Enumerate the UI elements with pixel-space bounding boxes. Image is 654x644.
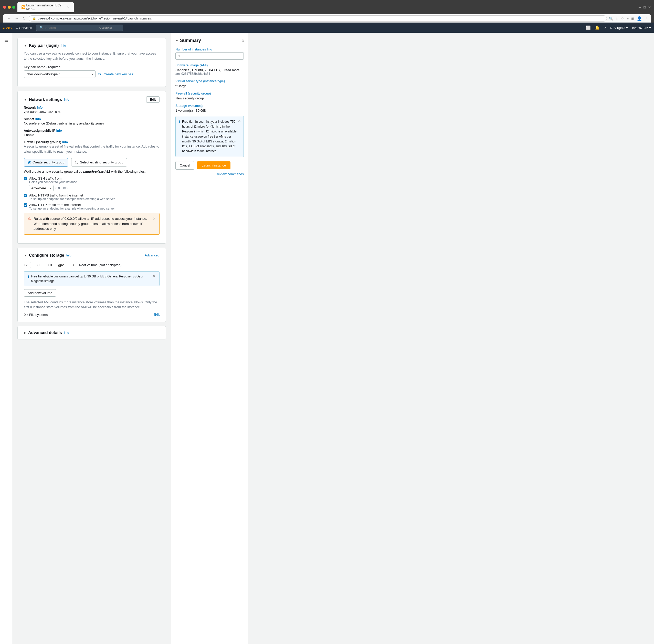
aws-region-selector[interactable]: N. Virginia ▾ (610, 26, 628, 30)
create-key-pair-link[interactable]: Create new key pair (104, 72, 134, 76)
http-checkbox[interactable] (24, 203, 27, 207)
aws-logo[interactable]: aws (3, 25, 12, 30)
hamburger-icon[interactable]: ☰ (3, 37, 9, 44)
network-edit-button[interactable]: Edit (146, 96, 160, 103)
summary-firewall-label[interactable]: Firewall (security group) (176, 91, 244, 95)
auto-assign-label: Auto-assign public IP Info (24, 129, 160, 133)
window-maximize-icon[interactable]: □ (644, 5, 646, 9)
summary-panel: ℹ ▼ Summary Number of instances Info Sof… (171, 33, 248, 644)
services-button[interactable]: ⊞ Services (16, 26, 32, 30)
free-tier-close-button[interactable]: ✕ (238, 119, 241, 123)
ssh-source-select[interactable]: Anywhere (29, 185, 53, 191)
sidebar: ☰ (0, 33, 12, 644)
key-pair-select[interactable]: checkyourworkkeypair (24, 70, 95, 78)
profile-icon[interactable]: 👤 (637, 16, 642, 21)
instances-field: Number of instances Info (176, 47, 244, 60)
warning-text: Rules with source of 0.0.0.0/0 allow all… (33, 216, 150, 231)
forward-button[interactable]: → (14, 16, 20, 21)
auto-assign-info[interactable]: Info (56, 129, 62, 133)
storage-info-link[interactable]: Info (66, 254, 71, 257)
configure-storage-section: ▼ Configure storage Info Advanced 1x GiB… (17, 248, 166, 322)
instances-label[interactable]: Number of instances Info (176, 47, 244, 51)
storage-quantity: 1x (24, 263, 27, 267)
new-tab-button[interactable]: + (76, 5, 82, 9)
firewall-description: A security group is a set of firewall ru… (24, 144, 160, 154)
storage-label[interactable]: Storage (volumes) (176, 104, 244, 108)
ip-warning-banner: ⚠ Rules with source of 0.0.0.0/0 allow a… (24, 213, 160, 235)
sidebar-icon[interactable]: ▣ (631, 17, 634, 21)
aws-nav: aws ⊞ Services 🔍 [Option+S] ⬜ 🔔 ? N. Vir… (0, 23, 654, 33)
tab-icon: EC (22, 5, 25, 9)
instance-type-value: t2.large (176, 84, 244, 88)
tab-close-button[interactable]: ✕ (67, 5, 70, 9)
key-pair-description: You can use a key pair to securely conne… (24, 51, 160, 61)
maximize-dot[interactable] (12, 6, 15, 9)
bookmark-icon[interactable]: ☆ (621, 17, 624, 21)
search-input[interactable] (45, 26, 96, 30)
https-checkbox[interactable] (24, 194, 27, 197)
menu-icon[interactable]: ⋮ (645, 17, 648, 21)
network-value: vpc-008d24c6794f21b94 (24, 110, 160, 114)
network-info-link[interactable]: Info (64, 98, 69, 101)
aws-nav-icon-bell[interactable]: 🔔 (595, 25, 600, 30)
instance-type-field: Virtual server type (instance type) t2.l… (176, 79, 244, 88)
key-pair-collapse-arrow[interactable]: ▼ (24, 44, 27, 47)
review-commands-link[interactable]: Review commands (176, 172, 244, 176)
ami-note: The selected AMI contains more instance … (24, 300, 160, 310)
ssh-cidr: 0.0.0.0/0 (55, 186, 68, 190)
advanced-details-info-link[interactable]: Info (64, 331, 69, 335)
window-close-icon[interactable]: ✕ (648, 5, 651, 9)
select-sg-option[interactable]: Select existing security group (71, 158, 127, 166)
launch-instance-button[interactable]: Launch instance (197, 161, 231, 169)
ssh-checkbox[interactable] (24, 177, 27, 180)
storage-free-tier-banner: ℹ Free tier eligible customers can get u… (24, 271, 160, 286)
key-pair-info-link[interactable]: Info (61, 44, 66, 47)
ssh-label: Allow SSH traffic from (29, 177, 77, 180)
file-systems-edit-link[interactable]: Edit (154, 313, 160, 316)
storage-type-select[interactable]: gp2 (56, 262, 76, 268)
window-minimize-icon[interactable]: ─ (639, 5, 641, 9)
address-bar[interactable]: 🔒 us-east-1.console.aws.amazon.com/ec2/h… (29, 15, 607, 22)
firewall-info[interactable]: Info (62, 140, 68, 144)
aws-account-menu[interactable]: evecs7346 ▾ (632, 26, 651, 30)
instance-type-label[interactable]: Virtual server type (instance type) (176, 79, 244, 83)
storage-advanced-link[interactable]: Advanced (145, 253, 160, 257)
aws-nav-icon-help[interactable]: ? (604, 26, 606, 30)
active-tab[interactable]: EC Launch an instance | EC2 Man... ✕ (17, 2, 74, 12)
warning-close-button[interactable]: ✕ (153, 216, 156, 221)
refresh-key-pair-icon[interactable]: ↻ (98, 72, 101, 76)
back-button[interactable]: ← (6, 16, 12, 21)
advanced-expand-arrow[interactable]: ▶ (24, 331, 26, 335)
aws-nav-icon-terminal[interactable]: ⬜ (586, 25, 591, 30)
summary-info-icon[interactable]: ℹ (242, 38, 244, 43)
reload-button[interactable]: ↻ (22, 16, 27, 21)
address-text: us-east-1.console.aws.amazon.com/ec2/hom… (38, 17, 151, 20)
storage-free-tier-close[interactable]: ✕ (153, 274, 156, 278)
storage-size-input[interactable] (30, 262, 45, 268)
auto-assign-value: Enable (24, 133, 160, 137)
search-icon[interactable]: 🔍 (609, 17, 613, 21)
storage-collapse-arrow[interactable]: ▼ (24, 254, 27, 257)
instances-input[interactable] (176, 52, 244, 60)
instances-info[interactable]: Info (207, 48, 212, 51)
subnet-field-info[interactable]: Info (35, 117, 41, 121)
http-checkbox-group: Allow HTTP traffic from the internet To … (24, 203, 160, 210)
share-icon[interactable]: ⬆ (615, 17, 618, 21)
close-dot[interactable] (3, 6, 6, 9)
ami-label[interactable]: Software Image (AMI) (176, 63, 244, 67)
create-sg-option[interactable]: Create security group (24, 158, 68, 166)
summary-collapse-arrow[interactable]: ▼ (176, 39, 179, 43)
summary-title: ▼ Summary (176, 38, 244, 43)
create-sg-radio[interactable] (28, 161, 31, 164)
ssh-desc: Helps you connect to your instance (29, 180, 77, 184)
sg-radio-group: Create security group Select existing se… (24, 158, 160, 166)
cancel-button[interactable]: Cancel (176, 161, 194, 169)
list-icon[interactable]: ≡ (627, 17, 629, 21)
network-field-info[interactable]: Info (37, 106, 43, 109)
add-volume-button[interactable]: Add new volume (24, 289, 56, 297)
aws-search-bar[interactable]: 🔍 [Option+S] (36, 25, 123, 31)
minimize-dot[interactable] (8, 6, 11, 9)
network-collapse-arrow[interactable]: ▼ (24, 98, 27, 101)
search-icon: 🔍 (40, 26, 43, 29)
select-sg-radio[interactable] (75, 161, 78, 164)
